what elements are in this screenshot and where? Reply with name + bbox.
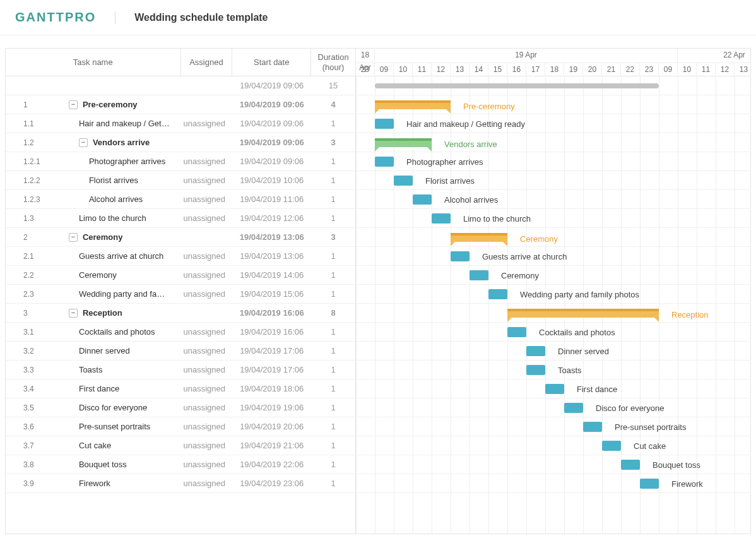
summary-bar[interactable] [375, 83, 659, 88]
duration-cell[interactable]: 1 [311, 176, 355, 185]
start-cell[interactable]: 19/04/2019 09:06 [232, 119, 311, 128]
task-cell[interactable]: Disco for everyone [62, 403, 181, 412]
task-cell[interactable]: Wedding party and fa… [62, 289, 181, 299]
task-cell[interactable]: Bouquet toss [62, 460, 181, 469]
task-bar[interactable]: Firework [640, 479, 659, 489]
task-cell[interactable]: Limo to the church [62, 213, 181, 223]
table-row[interactable]: 1.2.2Florist arrivesunassigned19/04/2019… [6, 171, 355, 190]
duration-cell[interactable]: 1 [311, 403, 355, 412]
task-bar[interactable]: Cut cake [602, 441, 621, 451]
duration-cell[interactable]: 1 [311, 157, 355, 166]
table-row[interactable]: 1.1Hair and makeup / Get…unassigned19/04… [6, 114, 355, 133]
gantt-chart-body[interactable]: Pre-ceremonyHair and makeup / Getting re… [356, 76, 750, 534]
start-cell[interactable]: 19/04/2019 22:06 [232, 460, 311, 469]
table-row[interactable]: 2−Ceremony19/04/2019 13:063 [6, 228, 355, 247]
start-cell[interactable]: 19/04/2019 13:06 [232, 251, 311, 261]
task-cell[interactable]: Florist arrives [62, 176, 181, 185]
task-bar[interactable]: Ceremony [470, 270, 488, 280]
table-row[interactable]: 3.9Fireworkunassigned19/04/2019 23:061 [6, 474, 355, 493]
task-cell[interactable]: Pre-sunset portraits [62, 422, 181, 431]
assigned-cell[interactable]: unassigned [181, 194, 233, 204]
task-cell[interactable]: −Vendors arrive [62, 138, 181, 147]
assigned-cell[interactable]: unassigned [181, 441, 233, 450]
duration-cell[interactable]: 1 [311, 213, 355, 223]
start-cell[interactable]: 19/04/2019 17:06 [232, 346, 311, 355]
col-header-assigned[interactable]: Assigned [181, 49, 233, 76]
duration-cell[interactable]: 1 [311, 346, 355, 355]
duration-cell[interactable]: 1 [311, 251, 355, 261]
col-header-duration[interactable]: Duration (hour) [311, 49, 355, 76]
table-row[interactable]: 1−Pre-ceremony19/04/2019 09:064 [6, 95, 355, 114]
task-cell[interactable]: −Ceremony [62, 232, 181, 242]
start-cell[interactable]: 19/04/2019 12:06 [232, 213, 311, 223]
table-row[interactable]: 2.3Wedding party and fa…unassigned19/04/… [6, 285, 355, 304]
task-cell[interactable]: Cut cake [62, 441, 181, 450]
task-cell[interactable]: Cocktails and photos [62, 327, 181, 337]
summary-row[interactable]: 19/04/2019 09:0615 [6, 76, 355, 95]
task-cell[interactable]: Toasts [62, 365, 181, 374]
task-cell[interactable]: Photographer arrives [62, 157, 181, 166]
assigned-cell[interactable]: unassigned [181, 327, 233, 337]
task-cell[interactable]: Guests arrive at church [62, 251, 181, 261]
assigned-cell[interactable]: unassigned [181, 403, 233, 412]
table-row[interactable]: 3.8Bouquet tossunassigned19/04/2019 22:0… [6, 455, 355, 474]
task-bar[interactable]: Cocktails and photos [507, 327, 526, 337]
duration-cell[interactable]: 1 [311, 384, 355, 393]
duration-cell[interactable]: 1 [311, 479, 355, 488]
task-bar[interactable]: Hair and makeup / Getting ready [375, 119, 394, 129]
assigned-cell[interactable]: unassigned [181, 251, 233, 261]
task-cell[interactable]: −Reception [62, 308, 181, 318]
table-row[interactable]: 3.7Cut cakeunassigned19/04/2019 21:061 [6, 436, 355, 455]
gantt-chart[interactable]: 18 Apr19 Apr22 Apr2309101112131415161718… [356, 49, 750, 534]
task-bar[interactable]: Photographer arrives [375, 157, 394, 167]
duration-cell[interactable]: 1 [311, 422, 355, 431]
table-row[interactable]: 3.4First danceunassigned19/04/2019 18:06… [6, 379, 355, 398]
task-bar[interactable]: Wedding party and family photos [488, 289, 507, 299]
task-cell[interactable]: Hair and makeup / Get… [62, 119, 181, 128]
col-header-task[interactable]: Task name [6, 49, 181, 76]
start-cell[interactable]: 19/04/2019 14:06 [232, 270, 311, 280]
assigned-cell[interactable]: unassigned [181, 119, 233, 128]
task-cell[interactable]: −Pre-ceremony [62, 100, 181, 109]
task-cell[interactable]: First dance [62, 384, 181, 393]
task-cell[interactable]: Firework [62, 479, 181, 488]
start-cell[interactable]: 19/04/2019 17:06 [232, 365, 311, 374]
logo[interactable]: GANTTPRO [15, 10, 96, 25]
duration-cell[interactable]: 1 [311, 365, 355, 374]
duration-cell[interactable]: 1 [311, 194, 355, 204]
group-bar[interactable]: Pre-ceremony [375, 100, 451, 109]
task-bar[interactable]: Pre-sunset portraits [583, 422, 602, 432]
task-bar[interactable]: Guests arrive at church [451, 251, 470, 261]
duration-cell[interactable]: 3 [311, 232, 355, 242]
task-bar[interactable]: Disco for everyone [564, 403, 583, 413]
assigned-cell[interactable]: unassigned [181, 365, 233, 374]
duration-cell[interactable]: 1 [311, 460, 355, 469]
duration-cell[interactable]: 8 [311, 308, 355, 318]
assigned-cell[interactable]: unassigned [181, 422, 233, 431]
duration-cell[interactable]: 1 [311, 270, 355, 280]
col-header-start[interactable]: Start date [232, 49, 311, 76]
collapse-icon[interactable]: − [69, 100, 78, 109]
start-cell[interactable]: 19/04/2019 11:06 [232, 194, 311, 204]
task-bar[interactable]: Bouquet toss [621, 460, 640, 470]
table-row[interactable]: 3.3Toastsunassigned19/04/2019 17:061 [6, 361, 355, 379]
assigned-cell[interactable]: unassigned [181, 460, 233, 469]
task-bar[interactable]: First dance [545, 384, 564, 394]
collapse-icon[interactable]: − [69, 233, 78, 242]
task-bar[interactable]: Florist arrives [394, 176, 413, 186]
table-row[interactable]: 3.5Disco for everyoneunassigned19/04/201… [6, 398, 355, 417]
start-cell[interactable]: 19/04/2019 15:06 [232, 289, 311, 299]
start-cell[interactable]: 19/04/2019 19:06 [232, 403, 311, 412]
task-cell[interactable]: Dinner served [62, 346, 181, 355]
assigned-cell[interactable]: unassigned [181, 270, 233, 280]
table-row[interactable]: 2.2Ceremonyunassigned19/04/2019 14:061 [6, 266, 355, 285]
duration-cell[interactable]: 4 [311, 100, 355, 109]
table-row[interactable]: 1.3Limo to the churchunassigned19/04/201… [6, 209, 355, 228]
table-row[interactable]: 1.2.1Photographer arrivesunassigned19/04… [6, 152, 355, 171]
duration-cell[interactable]: 1 [311, 119, 355, 128]
assigned-cell[interactable]: unassigned [181, 479, 233, 488]
start-cell[interactable]: 19/04/2019 16:06 [232, 327, 311, 337]
group-bar[interactable]: Ceremony [451, 233, 507, 242]
assigned-cell[interactable]: unassigned [181, 176, 233, 185]
table-row[interactable]: 1.2.3Alcohol arrivesunassigned19/04/2019… [6, 190, 355, 209]
